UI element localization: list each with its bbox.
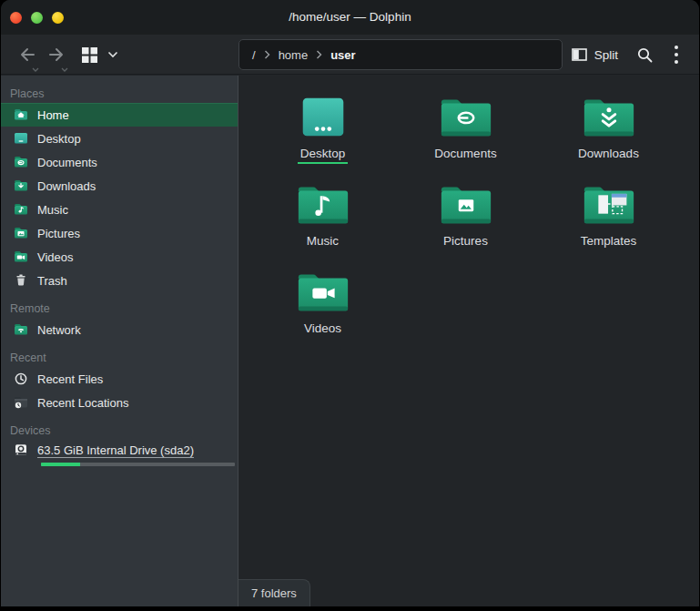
section-header-devices: Devices	[1, 422, 238, 440]
status-text: 7 folders	[251, 586, 297, 600]
folder-clock-icon	[13, 394, 29, 411]
window-title: /home/user — Dolphin	[1, 0, 699, 35]
sidebar-item-label: Desktop	[37, 132, 81, 146]
folder-label: Templates	[578, 234, 640, 249]
sidebar-item-network[interactable]: Network	[1, 318, 238, 341]
home-folder-icon	[13, 107, 29, 123]
folder-grid: Desktop Documents	[238, 76, 699, 351]
back-button[interactable]	[14, 35, 41, 75]
sidebar-item-pictures[interactable]: Pictures	[1, 221, 238, 245]
music-folder-icon	[13, 201, 29, 218]
overflow-menu-icon	[674, 45, 679, 65]
split-button[interactable]: Split	[566, 35, 624, 75]
section-header-places: Places	[1, 85, 238, 103]
sidebar-item-internal-drive[interactable]: 63.5 GiB Internal Drive (sda2)	[1, 440, 238, 466]
videos-folder-icon	[295, 270, 351, 313]
breadcrumb-root[interactable]: /	[252, 48, 256, 62]
search-button[interactable]	[630, 35, 659, 75]
sidebar-item-label: Home	[37, 108, 69, 122]
breadcrumb-separator-icon	[264, 50, 270, 59]
clock-icon	[13, 371, 29, 387]
folder-pictures[interactable]: Pictures	[394, 176, 537, 263]
section-header-remote: Remote	[1, 300, 238, 318]
screen: /home/user — Dolphin	[0, 0, 700, 611]
folder-label: Documents	[431, 147, 499, 162]
drive-usage-bar	[41, 463, 235, 466]
folder-templates[interactable]: Templates	[537, 176, 680, 263]
breadcrumb-separator-icon	[316, 50, 322, 59]
sidebar-item-label: Pictures	[37, 227, 80, 240]
folder-view[interactable]: Desktop Documents	[238, 76, 699, 606]
forward-icon	[46, 45, 66, 65]
music-folder-icon	[295, 182, 351, 226]
chevron-down-icon	[107, 51, 118, 58]
close-button[interactable]	[10, 12, 22, 24]
view-mode-dropdown[interactable]	[103, 35, 123, 75]
folder-videos[interactable]: Videos	[251, 263, 394, 351]
folder-label: Music	[304, 234, 341, 249]
sidebar-item-documents[interactable]: Documents	[1, 150, 238, 174]
sidebar-item-recent-files[interactable]: Recent Files	[1, 367, 238, 391]
chevron-down-icon	[32, 67, 39, 72]
network-folder-icon	[13, 321, 29, 338]
sidebar-item-label: Network	[37, 323, 81, 337]
desktop-icon	[295, 95, 351, 138]
folder-label: Pictures	[441, 234, 491, 249]
templates-folder-icon	[581, 182, 637, 226]
sidebar-item-videos[interactable]: Videos	[1, 245, 238, 269]
drive-usage-fill	[41, 463, 80, 466]
pictures-folder-icon	[438, 182, 494, 226]
folder-desktop[interactable]: Desktop	[251, 88, 394, 176]
content-area: Places Home Desktop	[1, 76, 699, 606]
folder-downloads[interactable]: Downloads	[537, 88, 680, 176]
folder-label: Videos	[301, 321, 344, 337]
split-button-label: Split	[594, 48, 618, 62]
sidebar-item-label: Videos	[37, 250, 74, 264]
sidebar-item-music[interactable]: Music	[1, 198, 238, 221]
chevron-down-icon	[61, 67, 68, 72]
sidebar-item-label: Trash	[37, 274, 67, 288]
drive-label: 63.5 GiB Internal Drive (sda2)	[37, 443, 194, 457]
toolbar: / home user Split	[1, 35, 699, 75]
documents-folder-icon	[438, 95, 494, 138]
minimize-button[interactable]	[31, 12, 43, 24]
videos-folder-icon	[13, 249, 29, 265]
titlebar[interactable]: /home/user — Dolphin	[1, 0, 699, 35]
folder-label: Downloads	[575, 147, 642, 162]
split-view-icon	[572, 48, 587, 61]
view-grid-icon	[82, 47, 97, 63]
back-icon	[17, 45, 37, 65]
places-panel: Places Home Desktop	[1, 76, 238, 606]
pictures-folder-icon	[13, 225, 29, 241]
downloads-folder-icon	[581, 95, 637, 138]
sidebar-item-downloads[interactable]: Downloads	[1, 174, 238, 198]
folder-label: Desktop	[298, 147, 349, 164]
sidebar-item-home[interactable]: Home	[1, 103, 238, 127]
forward-button[interactable]	[43, 35, 70, 75]
sidebar-item-trash[interactable]: Trash	[1, 269, 238, 292]
window-controls	[10, 0, 64, 35]
sidebar-item-desktop[interactable]: Desktop	[1, 127, 238, 150]
folder-music[interactable]: Music	[251, 176, 394, 263]
hard-drive-icon	[13, 442, 29, 458]
sidebar-item-recent-locations[interactable]: Recent Locations	[1, 391, 238, 414]
folder-documents[interactable]: Documents	[394, 88, 537, 176]
section-header-recent: Recent	[1, 349, 238, 367]
view-mode-button[interactable]	[77, 35, 101, 75]
status-bar: 7 folders	[238, 579, 310, 606]
search-icon	[636, 46, 654, 64]
sidebar-item-label: Recent Files	[37, 372, 103, 386]
downloads-folder-icon	[13, 178, 29, 194]
breadcrumb-home[interactable]: home	[279, 48, 309, 62]
hamburger-menu-button[interactable]	[663, 35, 690, 75]
maximize-button[interactable]	[52, 12, 64, 24]
sidebar-item-label: Documents	[37, 156, 97, 169]
sidebar-item-label: Recent Locations	[37, 396, 128, 410]
trash-icon	[13, 272, 29, 289]
breadcrumb-user[interactable]: user	[330, 48, 355, 62]
sidebar-item-label: Downloads	[37, 179, 96, 193]
dolphin-window: /home/user — Dolphin	[1, 0, 699, 606]
documents-folder-icon	[13, 154, 29, 170]
desktop-icon	[13, 130, 29, 147]
location-bar[interactable]: / home user	[238, 39, 563, 70]
